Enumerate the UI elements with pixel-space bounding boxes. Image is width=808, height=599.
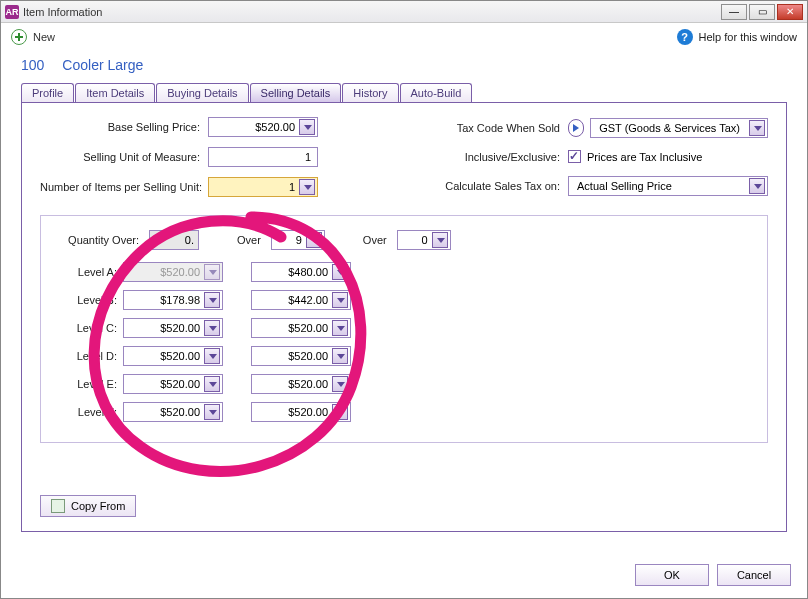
copy-from-button[interactable]: Copy From [40,495,136,517]
tax-code-field[interactable]: GST (Goods & Services Tax) [590,118,768,138]
base-selling-price-field[interactable]: $520.00 [208,117,318,137]
tab-history[interactable]: History [342,83,398,102]
level-f-price-1[interactable]: $520.00 [123,402,223,422]
selling-uom-label: Selling Unit of Measure: [40,151,200,163]
chevron-down-icon[interactable] [332,320,348,336]
chevron-down-icon[interactable] [749,120,765,136]
chevron-down-icon[interactable] [332,348,348,364]
selling-details-panel: Base Selling Price: $520.00 Selling Unit… [21,102,787,532]
chevron-down-icon[interactable] [204,292,220,308]
tab-selling-details[interactable]: Selling Details [250,83,342,102]
copy-from-label: Copy From [71,500,125,512]
chevron-down-icon[interactable] [299,179,315,195]
chevron-down-icon[interactable] [204,320,220,336]
level-a-price-1: $520.00 [123,262,223,282]
level-c-label: Level C: [57,322,117,334]
tax-code-zoom-button[interactable] [568,119,584,137]
tab-item-details[interactable]: Item Details [75,83,155,102]
level-a-price-2[interactable]: $480.00 [251,262,351,282]
items-per-unit-field[interactable]: 1 [208,177,318,197]
chevron-down-icon [204,264,220,280]
chevron-down-icon[interactable] [332,292,348,308]
tax-inclusive-checkbox[interactable] [568,150,581,163]
chevron-down-icon[interactable] [332,376,348,392]
calc-sales-tax-label: Calculate Sales Tax on: [430,180,560,192]
chevron-down-icon[interactable] [204,376,220,392]
level-e-price-2[interactable]: $520.00 [251,374,351,394]
item-code: 100 [21,57,44,73]
level-f-price-2[interactable]: $520.00 [251,402,351,422]
chevron-down-icon[interactable] [749,178,765,194]
level-c-price-1[interactable]: $520.00 [123,318,223,338]
chevron-down-icon[interactable] [204,348,220,364]
help-label: Help for this window [699,31,797,43]
tax-inclusive-checkbox-label: Prices are Tax Inclusive [587,151,702,163]
quantity-over-3[interactable]: 0 [397,230,451,250]
toolbar: New ? Help for this window [1,23,807,51]
pricing-levels-box: Quantity Over: 0. Over 9 Over 0 Level A:… [40,215,768,443]
level-e-price-1[interactable]: $520.00 [123,374,223,394]
cancel-button[interactable]: Cancel [717,564,791,586]
base-selling-price-label: Base Selling Price: [40,121,200,133]
minimize-button[interactable]: — [721,4,747,20]
dialog-footer: OK Cancel [635,564,791,586]
level-a-label: Level A: [57,266,117,278]
level-e-label: Level E: [57,378,117,390]
over-label-2: Over [363,234,387,246]
copy-icon [51,499,65,513]
item-header: 100 Cooler Large [1,51,807,83]
item-name: Cooler Large [62,57,143,73]
titlebar: AR Item Information — ▭ ✕ [1,1,807,23]
ok-button[interactable]: OK [635,564,709,586]
help-icon: ? [677,29,693,45]
chevron-down-icon[interactable] [332,404,348,420]
chevron-down-icon[interactable] [432,232,448,248]
chevron-down-icon[interactable] [204,404,220,420]
new-button[interactable]: New [11,29,55,45]
level-d-price-2[interactable]: $520.00 [251,346,351,366]
window-title: Item Information [23,6,717,18]
chevron-down-icon[interactable] [299,119,315,135]
chevron-down-icon[interactable] [332,264,348,280]
level-b-price-1[interactable]: $178.98 [123,290,223,310]
level-b-price-2[interactable]: $442.00 [251,290,351,310]
quantity-over-2[interactable]: 9 [271,230,325,250]
chevron-down-icon[interactable] [306,232,322,248]
help-link[interactable]: ? Help for this window [677,29,797,45]
level-d-label: Level D: [57,350,117,362]
tab-profile[interactable]: Profile [21,83,74,102]
calc-sales-tax-field[interactable]: Actual Selling Price [568,176,768,196]
over-label-1: Over [237,234,261,246]
close-button[interactable]: ✕ [777,4,803,20]
tab-auto-build[interactable]: Auto-Build [400,83,473,102]
level-b-label: Level B: [57,294,117,306]
selling-uom-field[interactable]: 1 [208,147,318,167]
tax-code-label: Tax Code When Sold [430,122,560,134]
level-d-price-1[interactable]: $520.00 [123,346,223,366]
items-per-unit-label: Number of Items per Selling Unit: [40,181,200,193]
new-label: New [33,31,55,43]
maximize-button[interactable]: ▭ [749,4,775,20]
app-icon: AR [5,5,19,19]
level-c-price-2[interactable]: $520.00 [251,318,351,338]
plus-icon [11,29,27,45]
level-f-label: Level F: [57,406,117,418]
tab-buying-details[interactable]: Buying Details [156,83,248,102]
inclusive-exclusive-label: Inclusive/Exclusive: [430,151,560,163]
quantity-over-1: 0. [149,230,199,250]
tabstrip: Profile Item Details Buying Details Sell… [21,83,807,102]
quantity-over-label: Quantity Over: [57,234,139,246]
